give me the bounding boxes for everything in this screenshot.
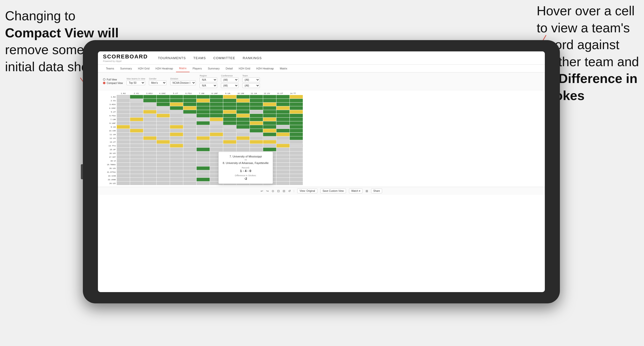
matrix-cell[interactable] <box>250 95 263 99</box>
full-view-option[interactable]: Full View <box>103 78 123 81</box>
matrix-cell[interactable] <box>170 144 183 147</box>
matrix-cell[interactable] <box>237 140 250 144</box>
matrix-cell[interactable] <box>237 121 250 125</box>
matrix-cell[interactable] <box>263 140 276 144</box>
matrix-cell[interactable] <box>130 99 143 102</box>
matrix-cell[interactable] <box>276 144 289 147</box>
conference-select-top[interactable]: (All) <box>221 77 239 82</box>
matrix-cell[interactable] <box>223 95 236 99</box>
matrix-cell[interactable] <box>183 155 196 159</box>
matrix-cell[interactable] <box>223 114 236 117</box>
matrix-cell[interactable] <box>210 103 223 106</box>
matrix-cell[interactable] <box>276 118 289 121</box>
matrix-cell[interactable] <box>290 99 303 102</box>
matrix-cell[interactable] <box>130 121 143 125</box>
matrix-cell[interactable] <box>290 148 303 151</box>
matrix-cell[interactable] <box>290 178 303 181</box>
matrix-cell[interactable] <box>276 125 289 129</box>
matrix-cell[interactable] <box>276 129 289 132</box>
matrix-cell[interactable] <box>143 144 156 147</box>
matrix-cell[interactable] <box>157 110 170 114</box>
matrix-cell[interactable] <box>290 121 303 125</box>
matrix-cell[interactable] <box>210 125 223 129</box>
matrix-cell[interactable] <box>223 106 236 110</box>
matrix-cell[interactable] <box>130 148 143 151</box>
matrix-cell[interactable] <box>183 118 196 121</box>
matrix-cell[interactable] <box>210 140 223 144</box>
matrix-cell[interactable] <box>237 106 250 110</box>
matrix-cell[interactable] <box>183 159 196 162</box>
matrix-cell[interactable] <box>263 129 276 132</box>
matrix-cell[interactable] <box>223 110 236 114</box>
matrix-cell[interactable] <box>170 155 183 159</box>
tab-h2h-grid-left[interactable]: H2H Grid <box>135 65 152 72</box>
region-select-bottom[interactable]: N/A <box>200 83 217 88</box>
matrix-cell[interactable] <box>170 166 183 170</box>
matrix-cell[interactable] <box>130 151 143 155</box>
matrix-cell[interactable] <box>183 148 196 151</box>
matrix-cell[interactable] <box>143 99 156 102</box>
matrix-cell[interactable] <box>276 178 289 181</box>
matrix-cell[interactable] <box>170 159 183 162</box>
matrix-cell[interactable] <box>197 151 210 155</box>
nav-committee[interactable]: COMMITTEE <box>213 55 235 61</box>
matrix-cell[interactable] <box>117 95 130 99</box>
matrix-cell[interactable] <box>197 125 210 129</box>
matrix-cell[interactable] <box>210 99 223 102</box>
tab-h2h-grid-right[interactable]: H2H Grid <box>236 65 253 72</box>
matrix-cell[interactable] <box>210 121 223 125</box>
matrix-cell[interactable] <box>197 103 210 106</box>
matrix-cell[interactable] <box>157 144 170 147</box>
matrix-cell[interactable] <box>117 118 130 121</box>
matrix-cell[interactable] <box>290 144 303 147</box>
matrix-cell[interactable] <box>157 103 170 106</box>
matrix-cell[interactable] <box>276 148 289 151</box>
matrix-cell[interactable] <box>276 103 289 106</box>
matrix-cell[interactable] <box>263 114 276 117</box>
matrix-cell[interactable] <box>117 136 130 140</box>
matrix-cell[interactable] <box>170 125 183 129</box>
matrix-cell[interactable] <box>117 121 130 125</box>
matrix-cell[interactable] <box>130 106 143 110</box>
matrix-cell[interactable] <box>290 166 303 170</box>
matrix-cell[interactable] <box>157 121 170 125</box>
matrix-cell[interactable] <box>223 121 236 125</box>
matrix-cell[interactable] <box>157 95 170 99</box>
matrix-cell[interactable] <box>143 140 156 144</box>
matrix-cell[interactable] <box>223 133 236 136</box>
undo-icon[interactable]: ↩ <box>261 189 263 193</box>
matrix-cell[interactable] <box>157 148 170 151</box>
matrix-cell[interactable] <box>183 125 196 129</box>
matrix-cell[interactable] <box>143 166 156 170</box>
matrix-cell[interactable] <box>130 182 143 185</box>
matrix-cell[interactable] <box>117 103 130 106</box>
matrix-cell[interactable] <box>276 99 289 102</box>
matrix-cell[interactable] <box>157 159 170 162</box>
matrix-cell[interactable] <box>197 144 210 147</box>
matrix-cell[interactable] <box>237 136 250 140</box>
matrix-cell[interactable] <box>290 133 303 136</box>
matrix-cell[interactable] <box>117 140 130 144</box>
matrix-cell[interactable] <box>276 110 289 114</box>
matrix-cell[interactable] <box>143 114 156 117</box>
matrix-cell[interactable] <box>157 99 170 102</box>
matrix-cell[interactable] <box>143 159 156 162</box>
matrix-cell[interactable] <box>237 129 250 132</box>
matrix-cell[interactable] <box>263 136 276 140</box>
matrix-cell[interactable] <box>250 99 263 102</box>
matrix-cell[interactable] <box>237 125 250 129</box>
matrix-cell[interactable] <box>197 148 210 151</box>
matrix-cell[interactable] <box>250 129 263 132</box>
matrix-cell[interactable] <box>170 174 183 178</box>
tab-h2h-heatmap-left[interactable]: H2H Heatmap <box>152 65 176 72</box>
matrix-cell[interactable] <box>117 174 130 178</box>
matrix-cell[interactable] <box>197 166 210 170</box>
matrix-cell[interactable] <box>263 95 276 99</box>
matrix-cell[interactable] <box>143 125 156 129</box>
matrix-cell[interactable] <box>237 103 250 106</box>
tab-summary-right[interactable]: Summary <box>205 65 223 72</box>
matrix-cell[interactable] <box>117 155 130 159</box>
matrix-cell[interactable] <box>117 110 130 114</box>
nav-teams[interactable]: TEAMS <box>193 55 206 61</box>
matrix-cell[interactable] <box>143 95 156 99</box>
